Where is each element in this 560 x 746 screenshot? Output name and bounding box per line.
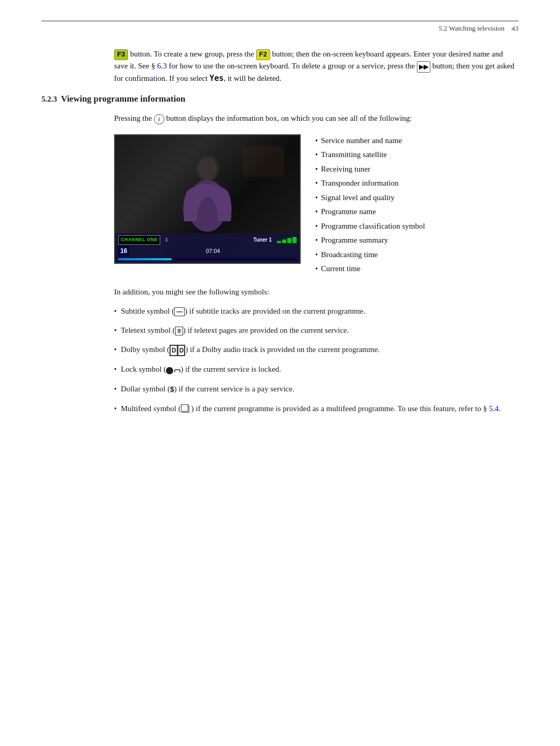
multifeed-sym (181, 404, 191, 414)
signal-bar-4 (292, 237, 297, 243)
symbols-section: Subtitle symbol (―) if subtitle tracks a… (114, 305, 519, 415)
skip-button-icon: ▶▶ (417, 61, 430, 73)
tv-info-bar: CHANNEL ONE ⇕ Tuner 1 (115, 233, 300, 263)
signal-bar-2 (282, 240, 286, 243)
tv-screenshot: CHANNEL ONE ⇕ Tuner 1 (114, 134, 301, 264)
teletext-sym: ≡ (175, 327, 183, 335)
list-item-classification: Programme classification symbol (315, 220, 425, 233)
list-item-broadcasting-text: Broadcasting time (321, 248, 378, 262)
tv-channel-number: 16 (118, 246, 129, 257)
dollar-label-prefix: Dollar symbol ( (121, 385, 170, 393)
multifeed-icon-front (181, 404, 188, 412)
f3-key: F3 (114, 49, 128, 60)
list-item-broadcasting: Broadcasting time (315, 248, 425, 262)
tv-info-row1: CHANNEL ONE ⇕ Tuner 1 (118, 235, 297, 245)
signal-bar-3 (287, 238, 291, 243)
list-item-programme-name-text: Programme name (321, 205, 376, 219)
list-item-summary: Programme summary (315, 234, 425, 247)
symbols-intro-text: In addition, you might see the following… (114, 288, 269, 296)
yes-text: Yes (209, 74, 223, 83)
list-item-satellite-text: Transmitting satellite (321, 148, 387, 162)
lock-hasp-icon (174, 369, 180, 372)
teletext-symbol-item: Teletext symbol (≡) if teletext pages ar… (114, 325, 519, 336)
section-heading-row: 5.2.3 Viewing programme information (41, 94, 519, 104)
section-label: 5.2 Watching television (439, 24, 505, 32)
dolby-label-suffix: ) (185, 345, 190, 354)
teletext-label-prefix: Teletext symbol ( (121, 326, 175, 334)
intro-text5: , it will be deleted. (223, 74, 282, 82)
list-item-service: Service number and name (315, 134, 425, 148)
pressing-text: Pressing the (114, 114, 154, 122)
list-item-service-text: Service number and name (321, 134, 402, 148)
multifeed-item-text: Multifeed symbol ( ) if the current prog… (121, 403, 501, 415)
section-6-3-link[interactable]: 6.3 (157, 62, 167, 70)
list-item-satellite: Transmitting satellite (315, 148, 425, 162)
f2-key: F2 (256, 49, 270, 60)
dolby-symbol-item: Dolby symbol (DD) if a Dolby audio track… (114, 344, 519, 356)
list-item-tuner-text: Receiving tuner (321, 163, 370, 176)
signal-bar-1 (277, 241, 281, 243)
symbols-intro-para: In addition, you might see the following… (114, 286, 519, 298)
list-item-signal: Signal level and quality (315, 191, 425, 205)
page-number: 43 (512, 24, 519, 32)
tv-time: 07:04 (129, 247, 297, 256)
list-item-current-time: Current time (315, 262, 425, 276)
dollar-symbol-item: Dollar symbol ($) if the current service… (114, 383, 519, 395)
subtitle-label-prefix: Subtitle symbol ( (121, 307, 174, 315)
lock-label-prefix: Lock symbol ( (121, 365, 166, 373)
dollar-label-suffix: ) (174, 385, 179, 393)
info-button-icon: i (154, 114, 164, 124)
tv-signal-bars (277, 237, 297, 243)
person-silhouette (176, 154, 239, 237)
subtitle-symbol-item: Subtitle symbol (―) if subtitle tracks a… (114, 305, 519, 317)
tv-progress-row (118, 258, 297, 261)
dolby-item-text: Dolby symbol (DD) if a Dolby audio track… (121, 344, 380, 356)
info-section: CHANNEL ONE ⇕ Tuner 1 (114, 134, 519, 277)
pressing-text2: button displays the information box, on … (164, 114, 412, 122)
list-item-current-time-text: Current time (321, 262, 360, 276)
lock-symbol-item: Lock symbol ( ) if the current service i… (114, 363, 519, 376)
list-item-transponder: Transponder information (315, 177, 425, 190)
list-item-summary-text: Programme summary (321, 234, 388, 247)
section-number: 5.2.3 (41, 95, 57, 104)
subtitle-item-text: Subtitle symbol (―) if subtitle tracks a… (121, 305, 366, 317)
intro-text3: for how to use the on-screen keyboard. T… (167, 62, 417, 70)
page: 5.2 Watching television 43 F3 button. To… (0, 0, 560, 453)
list-item-tuner: Receiving tuner (315, 163, 425, 176)
intro-paragraph: F3 button. To create a new group, press … (114, 48, 519, 85)
page-header: 5.2 Watching television 43 (41, 21, 519, 33)
list-item-classification-text: Programme classification symbol (321, 220, 425, 233)
dolby-sym: D (170, 345, 178, 357)
tv-progress-bar (118, 258, 172, 260)
tv-info-row2: 16 07:04 (118, 246, 297, 257)
tv-channel-name: CHANNEL ONE (118, 235, 160, 245)
lock-item-text: Lock symbol ( ) if the current service i… (121, 363, 281, 376)
list-item-transponder-text: Transponder information (321, 177, 399, 190)
list-item-signal-text: Signal level and quality (321, 191, 395, 205)
dolby-label-prefix: Dolby symbol ( (121, 345, 170, 354)
subtitle-label-suffix: ) (185, 307, 189, 315)
teletext-label-suffix: ) (183, 326, 188, 334)
tuner-info: Tuner 1 (254, 236, 297, 244)
teletext-item-text: Teletext symbol (≡) if teletext pages ar… (121, 325, 349, 336)
intro-text1: button. To create a new group, press the (128, 50, 256, 58)
dolby-sym-2: D (177, 345, 186, 357)
list-item-programme-name: Programme name (315, 205, 425, 219)
multifeed-label-prefix: Multifeed symbol ( (121, 404, 181, 413)
tv-arrow-icon: ⇕ (164, 236, 169, 244)
section-5-4-link[interactable]: 5.4 (489, 404, 499, 413)
info-section-container: CHANNEL ONE ⇕ Tuner 1 (114, 134, 519, 277)
programme-info-list: Service number and name Transmitting sat… (315, 134, 425, 277)
multifeed-symbol-item: Multifeed symbol ( ) if the current prog… (114, 403, 519, 415)
tv-background-detail (243, 146, 284, 177)
section-title: Viewing programme information (61, 94, 186, 104)
dollar-sym: $ (170, 384, 174, 396)
section-intro: Pressing the i button displays the infor… (114, 112, 519, 124)
lock-sym (166, 364, 180, 376)
dollar-item-text: Dollar symbol ($) if the current service… (121, 383, 295, 395)
lock-circle-icon (166, 367, 173, 374)
svg-point-3 (198, 157, 217, 180)
lock-label-suffix: ) (180, 365, 185, 373)
channel-info: CHANNEL ONE ⇕ (118, 235, 171, 245)
symbols-list: Subtitle symbol (―) if subtitle tracks a… (114, 305, 519, 415)
